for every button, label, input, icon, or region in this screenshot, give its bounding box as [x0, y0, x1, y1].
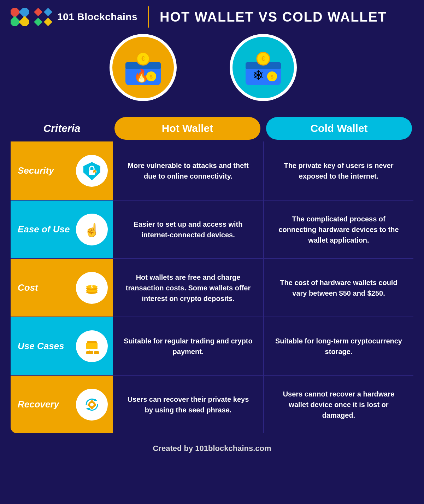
svg-rect-45 [91, 400, 93, 402]
security-criteria-cell: Security ✓ [11, 141, 113, 200]
recovery-cold-text: Users cannot recover a hardware wallet d… [275, 389, 403, 421]
cold-wallet-circle: € ❄ $ [230, 34, 297, 101]
footer-text: Created by 101blockchains.com [153, 444, 271, 453]
security-icon: ✓ [76, 155, 108, 187]
usecases-cold-text: Suitable for long-term cryptocurrency st… [275, 336, 403, 357]
cost-label: Cost [18, 282, 72, 293]
header: 101 Blockchains HOT WALLET VS COLD WALLE… [0, 0, 424, 34]
th-hot-text: Hot Wallet [162, 122, 213, 134]
logo-area: 101 Blockchains [11, 7, 137, 27]
svg-rect-3 [19, 16, 29, 26]
recovery-icon [76, 389, 108, 421]
usecases-label: Use Cases [18, 341, 72, 352]
table-body: Security ✓ More vulnerable to attacks [11, 141, 413, 433]
usecases-hot-text: Suitable for regular trading and crypto … [124, 336, 253, 357]
ease-cold-text: The complicated process of connecting ha… [275, 214, 403, 245]
table-row: Use Cases [11, 317, 413, 375]
ease-hot-cell: Easier to set up and access with interne… [113, 201, 263, 258]
svg-text:❄: ❄ [253, 68, 264, 83]
top-icons-row: € 🔥 $ € ❄ [11, 34, 413, 112]
svg-rect-2 [11, 16, 21, 26]
table-row: Recovery [11, 375, 413, 433]
svg-marker-4 [34, 8, 42, 16]
usecases-cold-cell: Suitable for long-term cryptocurrency st… [263, 317, 413, 375]
main-content: € 🔥 $ € ❄ [0, 34, 424, 474]
table-header: Criteria Hot Wallet Cold Wallet [11, 112, 413, 141]
logo-diamonds [33, 7, 53, 27]
cost-svg: $ [81, 277, 102, 299]
table-row: Security ✓ More vulnerable to attacks [11, 141, 413, 200]
svg-rect-0 [11, 8, 21, 18]
th-cold-text: Cold Wallet [310, 122, 367, 134]
svg-marker-5 [44, 8, 52, 16]
cold-wallet-svg: € ❄ $ [240, 48, 286, 87]
recovery-hot-text: Users can recover their private keys by … [124, 394, 253, 415]
footer: Created by 101blockchains.com [11, 433, 413, 464]
svg-text:$: $ [271, 74, 273, 80]
svg-text:✓: ✓ [94, 170, 96, 174]
svg-rect-47 [88, 404, 89, 406]
svg-text:$: $ [150, 74, 153, 80]
security-hot-cell: More vulnerable to attacks and theft due… [113, 141, 263, 200]
svg-marker-6 [34, 18, 42, 26]
hot-wallet-icon-container: € 🔥 $ [110, 34, 177, 101]
svg-rect-36 [86, 343, 98, 349]
svg-rect-38 [86, 351, 93, 354]
svg-text:☝: ☝ [84, 222, 100, 238]
svg-marker-7 [44, 18, 52, 26]
svg-rect-39 [94, 351, 99, 354]
svg-rect-46 [91, 407, 93, 409]
th-hot-wallet: Hot Wallet [114, 117, 260, 140]
ease-icon: ☝ [76, 214, 108, 245]
security-cold-cell: The private key of users is never expose… [263, 141, 413, 200]
ease-criteria-cell: Ease of Use ☝ [11, 201, 113, 258]
table-row: Cost $ Hot wallets are [11, 258, 413, 317]
svg-text:€: € [141, 55, 145, 62]
usecases-icon [76, 330, 108, 362]
recovery-label: Recovery [18, 399, 72, 410]
cost-cold-text: The cost of hardware wallets could vary … [275, 277, 403, 299]
usecases-criteria-cell: Use Cases [11, 317, 113, 375]
cost-cold-cell: The cost of hardware wallets could vary … [263, 259, 413, 317]
hot-wallet-svg: € 🔥 $ [120, 48, 166, 87]
ease-label: Ease of Use [18, 224, 72, 235]
ease-hot-text: Easier to set up and access with interne… [124, 219, 253, 240]
recovery-cold-cell: Users cannot recover a hardware wallet d… [263, 376, 413, 433]
recovery-hot-cell: Users can recover their private keys by … [113, 376, 263, 433]
hot-wallet-circle: € 🔥 $ [110, 34, 177, 101]
svg-text:€: € [261, 55, 265, 62]
svg-rect-1 [19, 8, 29, 18]
recovery-criteria-cell: Recovery [11, 376, 113, 433]
th-criteria: Criteria [11, 115, 113, 141]
security-svg: ✓ [81, 160, 102, 181]
logo-icon [11, 8, 29, 26]
recovery-svg [81, 394, 102, 415]
svg-rect-48 [94, 404, 96, 406]
ease-cold-cell: The complicated process of connecting ha… [263, 201, 413, 258]
usecases-hot-cell: Suitable for regular trading and crypto … [113, 317, 263, 375]
cost-hot-cell: Hot wallets are free and charge transact… [113, 259, 263, 317]
security-hot-text: More vulnerable to attacks and theft due… [124, 160, 253, 181]
cost-icon: $ [76, 272, 108, 304]
svg-point-44 [90, 403, 94, 406]
cold-wallet-icon-container: € ❄ $ [230, 34, 297, 101]
security-label: Security [18, 165, 72, 176]
table-row: Ease of Use ☝ Easier to set up and acces… [11, 200, 413, 258]
comparison-table: Criteria Hot Wallet Cold Wallet Security [11, 112, 413, 433]
cost-hot-text: Hot wallets are free and charge transact… [124, 272, 253, 304]
logo-text: 101 Blockchains [57, 11, 137, 23]
th-cold-wallet: Cold Wallet [266, 117, 412, 140]
header-divider [148, 6, 149, 28]
svg-text:$: $ [91, 285, 93, 289]
ease-svg: ☝ [81, 219, 102, 240]
security-cold-text: The private key of users is never expose… [275, 160, 403, 181]
cost-criteria-cell: Cost $ [11, 259, 113, 317]
header-title: HOT WALLET VS COLD WALLET [160, 10, 387, 25]
usecases-svg [81, 336, 102, 357]
th-criteria-text: Criteria [43, 122, 80, 134]
